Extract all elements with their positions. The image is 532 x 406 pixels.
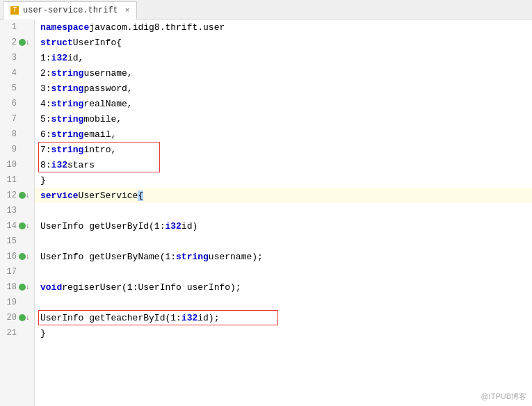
line-num-row: 2↓ xyxy=(0,35,34,50)
line-number: 10 xyxy=(3,160,17,170)
gutter-icon: ↓ xyxy=(18,192,31,200)
arrow-down-icon: ↓ xyxy=(26,222,30,230)
editor-area: 12↓3456789101112↓1314↓1516↓1718↓1920↓21 … xyxy=(0,19,532,406)
line-number: 3 xyxy=(3,53,17,63)
line-number: 5 xyxy=(3,83,17,93)
code-line xyxy=(35,295,532,310)
code-line: service UserService{ xyxy=(35,188,532,203)
tab-filename: user-service.thrift xyxy=(23,6,118,15)
code-line xyxy=(35,203,532,218)
line-num-row: 17 xyxy=(0,264,34,279)
code-line: 7:string intro, xyxy=(35,142,532,157)
tab-close-button[interactable]: × xyxy=(125,6,130,15)
line-num-row: 4 xyxy=(0,65,34,81)
line-num-row: 12↓ xyxy=(0,188,34,203)
code-line: UserInfo getTeacherById(1:i32 id); xyxy=(35,310,532,325)
line-number: 9 xyxy=(3,145,17,154)
line-number: 12 xyxy=(3,190,17,200)
gutter-icon: ↓ xyxy=(18,253,31,261)
arrow-down-icon: ↓ xyxy=(26,253,30,261)
code-line: 8:i32 stars xyxy=(35,157,532,172)
code-line: struct UserInfo{ xyxy=(35,35,532,50)
code-line: void regiserUser(1:UserInfo userInfo); xyxy=(35,279,532,295)
line-number: 14 xyxy=(3,221,17,231)
line-number: 16 xyxy=(3,252,17,261)
green-dot-icon xyxy=(19,314,26,321)
line-num-row: 5 xyxy=(0,81,34,96)
gutter-icon: ↓ xyxy=(18,39,31,47)
line-num-row: 14↓ xyxy=(0,218,34,234)
line-number: 1 xyxy=(3,22,17,32)
line-num-row: 1 xyxy=(0,19,34,35)
green-dot-icon xyxy=(19,222,26,229)
line-num-row: 7 xyxy=(0,111,34,127)
gutter-icon: ↓ xyxy=(18,314,31,322)
green-dot-icon xyxy=(19,192,26,199)
code-line: namespace java com.idig8.thrift.user xyxy=(35,19,532,35)
line-number: 13 xyxy=(3,206,17,216)
line-num-row: 18↓ xyxy=(0,279,34,295)
code-line: 6:string email, xyxy=(35,127,532,142)
green-dot-icon xyxy=(19,39,26,46)
code-line: 5:string mobile, xyxy=(35,111,532,127)
line-num-row: 8 xyxy=(0,127,34,142)
line-number: 7 xyxy=(3,114,17,124)
arrow-down-icon: ↓ xyxy=(26,284,30,291)
code-line: 2:string username, xyxy=(35,65,532,81)
line-num-row: 15 xyxy=(0,234,34,249)
code-line: UserInfo getUserByName(1:string username… xyxy=(35,249,532,264)
line-num-row: 6 xyxy=(0,96,34,111)
code-line xyxy=(35,264,532,279)
code-line: } xyxy=(35,172,532,188)
line-num-row: 3 xyxy=(0,50,34,65)
line-numbers-gutter: 12↓3456789101112↓1314↓1516↓1718↓1920↓21 xyxy=(0,19,35,406)
line-num-row: 21 xyxy=(0,325,34,341)
tab-bar: T user-service.thrift × xyxy=(0,0,532,19)
line-number: 17 xyxy=(3,267,17,277)
line-num-row: 10 xyxy=(0,157,34,172)
line-number: 11 xyxy=(3,175,17,185)
line-number: 8 xyxy=(3,129,17,139)
gutter-icon: ↓ xyxy=(18,222,31,230)
line-num-row: 19 xyxy=(0,295,34,310)
arrow-down-icon: ↓ xyxy=(26,39,30,47)
arrow-down-icon: ↓ xyxy=(26,314,30,322)
watermark: @ITPUB博客 xyxy=(481,391,526,402)
line-number: 2 xyxy=(3,38,17,47)
line-number: 20 xyxy=(3,313,17,323)
green-dot-icon xyxy=(19,253,26,260)
line-num-row: 11 xyxy=(0,172,34,188)
line-num-row: 16↓ xyxy=(0,249,34,264)
line-number: 19 xyxy=(3,298,17,307)
code-line: 1:i32 id, xyxy=(35,50,532,65)
code-line: } xyxy=(35,325,532,341)
tab-user-service[interactable]: T user-service.thrift × xyxy=(3,1,137,19)
line-number: 18 xyxy=(3,282,17,292)
code-line: 4:string realName, xyxy=(35,96,532,111)
file-type-icon: T xyxy=(10,6,19,15)
line-num-row: 9 xyxy=(0,142,34,157)
line-number: 21 xyxy=(3,328,17,338)
code-line: UserInfo getUserById(1:i32 id) xyxy=(35,218,532,234)
arrow-down-icon: ↓ xyxy=(26,192,30,200)
code-line: 3:string password, xyxy=(35,81,532,96)
code-line xyxy=(35,234,532,249)
line-number: 4 xyxy=(3,68,17,78)
gutter-icon: ↓ xyxy=(18,284,31,291)
line-number: 15 xyxy=(3,236,17,246)
line-number: 6 xyxy=(3,99,17,108)
line-num-row: 13 xyxy=(0,203,34,218)
code-area[interactable]: namespace java com.idig8.thrift.userstru… xyxy=(35,19,532,406)
line-num-row: 20↓ xyxy=(0,310,34,325)
green-dot-icon xyxy=(19,284,26,291)
